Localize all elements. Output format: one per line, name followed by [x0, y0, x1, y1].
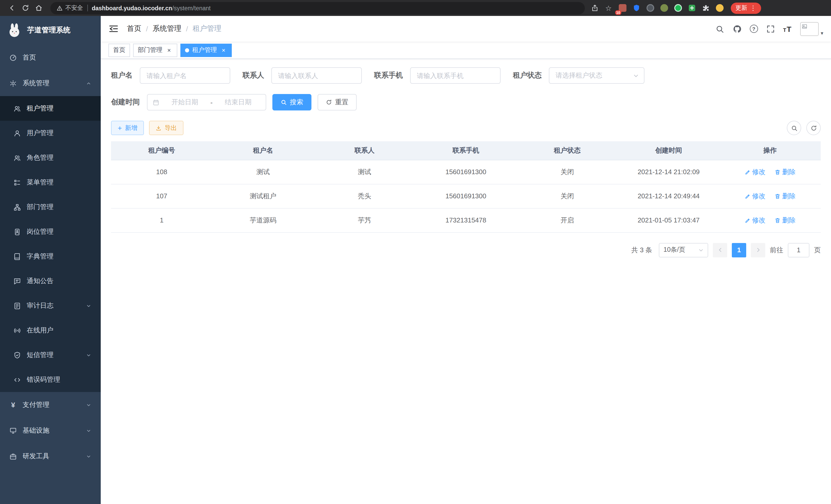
github-link[interactable] [732, 24, 742, 34]
extensions-puzzle-button[interactable] [701, 3, 710, 12]
sidebar-item-tenant[interactable]: 租户管理 [0, 96, 101, 121]
edit-link[interactable]: 修改 [744, 167, 766, 176]
prev-page-button[interactable] [713, 243, 727, 257]
tab-label: 部门管理 [138, 46, 163, 55]
search-icon [791, 125, 797, 131]
code-icon [13, 376, 21, 384]
next-page-button[interactable] [751, 243, 765, 257]
fullscreen-button[interactable] [766, 24, 775, 34]
bookmark-star-button[interactable]: ☆ [604, 3, 613, 12]
sidebar-item-dev-tools[interactable]: 研发工具 [0, 443, 101, 469]
extension-dark[interactable] [646, 3, 655, 12]
sidebar-item-payment[interactable]: ¥ 支付管理 [0, 392, 101, 418]
download-icon [156, 125, 161, 131]
sidebar-item-label: 部门管理 [27, 202, 53, 212]
date-range-picker[interactable]: 开始日期 - 结束日期 [147, 94, 266, 111]
sidebar-item-online-users[interactable]: 在线用户 [0, 318, 101, 343]
tab-home[interactable]: 首页 [109, 43, 130, 57]
date-separator: - [210, 98, 213, 106]
close-icon[interactable]: × [220, 47, 227, 54]
share-button[interactable] [590, 3, 599, 12]
tab-departments[interactable]: 部门管理 × [133, 43, 177, 57]
trash-icon [774, 169, 781, 175]
browser-back-button[interactable] [5, 1, 19, 14]
tenant-name-input[interactable] [140, 67, 230, 84]
app-logo[interactable]: 芋道管理系统 [0, 16, 101, 45]
browser-home-button[interactable] [32, 1, 45, 14]
current-page[interactable]: 1 [732, 243, 746, 257]
help-button[interactable]: ? [749, 25, 758, 33]
cell-actions: 修改 删除 [719, 184, 821, 208]
chrome-update-button[interactable]: 更新 ⋮ [731, 2, 761, 13]
browser-reload-button[interactable] [19, 1, 32, 14]
sidebar-item-departments[interactable]: 部门管理 [0, 195, 101, 219]
sidebar-item-users[interactable]: 用户管理 [0, 121, 101, 145]
extension-shield[interactable] [632, 3, 641, 12]
extension-olive[interactable] [659, 3, 668, 12]
cell-actions: 修改 删除 [719, 160, 821, 184]
sidebar-item-posts[interactable]: 岗位管理 [0, 219, 101, 244]
user-menu[interactable]: ▾ [800, 22, 823, 36]
page-unit-label: 页 [814, 245, 821, 255]
refresh-table-button[interactable] [806, 121, 821, 135]
col-created: 创建时间 [618, 141, 719, 160]
breadcrumb-system[interactable]: 系统管理 [153, 24, 181, 33]
page-size-value: 10条/页 [663, 245, 685, 254]
toggle-search-button[interactable] [787, 121, 801, 135]
sidebar-item-notices[interactable]: 通知公告 [0, 269, 101, 293]
table-header: 租户编号 租户名 联系人 联系手机 租户状态 创建时间 操作 [111, 141, 821, 160]
phone-input[interactable] [410, 67, 500, 84]
security-indicator[interactable]: 不安全 [57, 4, 83, 12]
cell-status: 开启 [516, 208, 618, 232]
contact-input[interactable] [271, 67, 362, 84]
browser-menu-icon: ⋮ [750, 5, 756, 11]
sidebar-item-dictionary[interactable]: 字典管理 [0, 244, 101, 269]
extension-tabs-manager[interactable]: 10 [618, 3, 627, 12]
sidebar-item-label: 审计日志 [27, 301, 53, 310]
sidebar-item-audit-log[interactable]: 审计日志 [0, 293, 101, 318]
status-select[interactable]: 请选择租户状态 [549, 67, 644, 84]
delete-link[interactable]: 删除 [774, 167, 796, 176]
reset-button[interactable]: 重置 [318, 94, 357, 111]
col-tenant-id: 租户编号 [111, 141, 212, 160]
sidebar-item-menus[interactable]: 菜单管理 [0, 170, 101, 195]
cell-tenant-id: 107 [111, 184, 212, 208]
filter-phone: 联系手机 [374, 67, 500, 84]
chevron-down-icon [86, 428, 91, 433]
add-button[interactable]: + 新增 [111, 121, 144, 135]
puzzle-icon [702, 4, 710, 12]
edit-link[interactable]: 修改 [744, 215, 766, 225]
extension-green-square[interactable] [687, 3, 696, 12]
filter-contact: 联系人 [242, 67, 362, 84]
extension-profile[interactable] [715, 3, 724, 12]
tenant-name-label: 租户名 [111, 71, 133, 80]
sidebar-item-system[interactable]: 系统管理 [0, 70, 101, 96]
edit-link[interactable]: 修改 [744, 191, 766, 201]
goto-page-input[interactable] [788, 243, 809, 257]
sidebar-fold-icon[interactable] [109, 24, 119, 34]
extension-green-circle[interactable] [673, 3, 683, 12]
close-icon[interactable]: × [166, 47, 173, 54]
shield-icon [632, 4, 640, 12]
cell-status: 关闭 [516, 184, 618, 208]
cell-tenant-id: 1 [111, 208, 212, 232]
page-size-select[interactable]: 10条/页 [659, 243, 708, 257]
delete-link[interactable]: 删除 [774, 191, 796, 201]
breadcrumb-home[interactable]: 首页 [127, 24, 141, 33]
header-search-button[interactable] [715, 24, 724, 34]
sidebar-item-roles[interactable]: 角色管理 [0, 145, 101, 170]
tab-tenants[interactable]: 租户管理 × [180, 43, 232, 57]
export-button[interactable]: 导出 [149, 121, 183, 135]
address-bar[interactable]: 不安全 dashboard.yudao.iocoder.cn/system/te… [50, 2, 585, 14]
search-icon [715, 24, 724, 33]
search-button[interactable]: 搜索 [273, 94, 311, 111]
breadcrumb-separator: / [186, 25, 188, 33]
delete-link[interactable]: 删除 [774, 215, 796, 225]
font-size-button[interactable]: TT [783, 24, 792, 33]
pagination: 共 3 条 10条/页 1 前往 页 [111, 243, 821, 257]
sidebar-item-home[interactable]: 首页 [0, 45, 101, 70]
profile-avatar-icon [716, 4, 723, 12]
sidebar-item-infrastructure[interactable]: 基础设施 [0, 418, 101, 443]
sidebar-item-sms[interactable]: 短信管理 [0, 343, 101, 367]
sidebar-item-error-codes[interactable]: 错误码管理 [0, 367, 101, 392]
